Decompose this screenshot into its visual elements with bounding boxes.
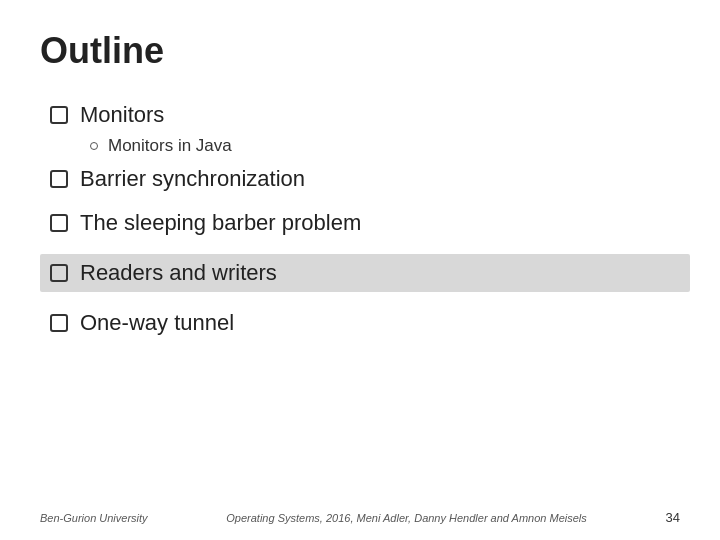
outline-list: Monitors Monitors in Java Barrier synchr… bbox=[50, 102, 680, 336]
checkbox-icon bbox=[50, 106, 68, 124]
footer-page: 34 bbox=[666, 510, 680, 525]
list-item: The sleeping barber problem bbox=[50, 210, 680, 236]
item-label: Barrier synchronization bbox=[80, 166, 305, 192]
item-label: Monitors bbox=[80, 102, 164, 128]
bullet-icon bbox=[90, 142, 98, 150]
item-label: One-way tunnel bbox=[80, 310, 234, 336]
list-item: Monitors bbox=[50, 102, 680, 128]
checkbox-icon bbox=[50, 314, 68, 332]
sub-list: Monitors in Java bbox=[90, 136, 680, 156]
checkbox-icon bbox=[50, 170, 68, 188]
list-item-highlighted: Readers and writers bbox=[40, 254, 690, 292]
sub-item-label: Monitors in Java bbox=[108, 136, 232, 156]
list-item: One-way tunnel bbox=[50, 310, 680, 336]
slide-title: Outline bbox=[40, 30, 680, 72]
list-item: Monitors in Java bbox=[90, 136, 680, 156]
list-item: Barrier synchronization bbox=[50, 166, 680, 192]
item-label: Readers and writers bbox=[80, 260, 277, 286]
footer-course: Operating Systems, 2016, Meni Adler, Dan… bbox=[226, 512, 587, 524]
checkbox-icon bbox=[50, 214, 68, 232]
checkbox-icon bbox=[50, 264, 68, 282]
item-label: The sleeping barber problem bbox=[80, 210, 361, 236]
footer: Ben-Gurion University Operating Systems,… bbox=[40, 510, 680, 525]
footer-university: Ben-Gurion University bbox=[40, 512, 148, 524]
slide: Outline Monitors Monitors in Java Barrie… bbox=[0, 0, 720, 540]
